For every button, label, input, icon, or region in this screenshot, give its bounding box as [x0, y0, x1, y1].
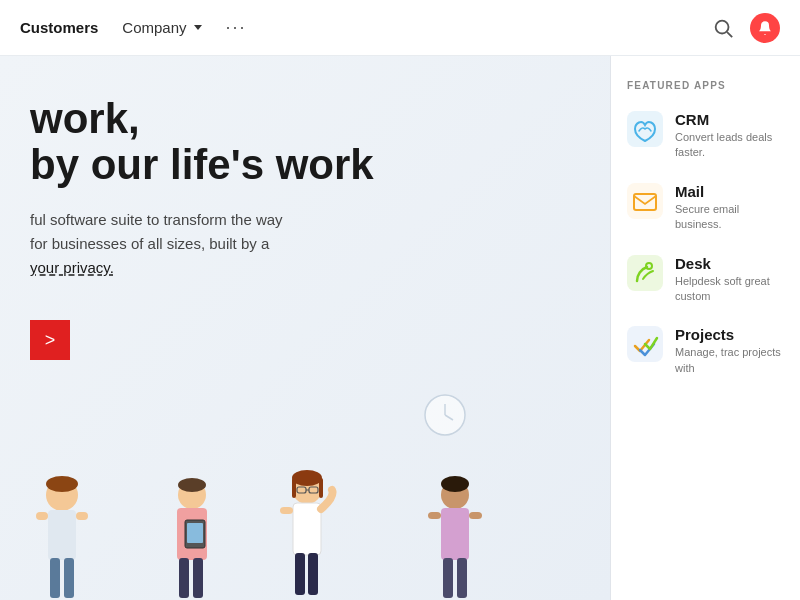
crm-name: CRM	[675, 111, 784, 128]
bell-icon	[757, 20, 773, 36]
desk-name: Desk	[675, 255, 784, 272]
svg-rect-17	[179, 558, 189, 598]
hero-subtext: ful software suite to transform the way …	[30, 208, 370, 280]
chevron-down-icon	[194, 25, 202, 30]
projects-desc: Manage, trac projects with	[675, 345, 784, 376]
nav-right	[712, 13, 780, 43]
navbar: Customers Company ···	[0, 0, 800, 56]
desk-info: Desk Helpdesk soft great custom	[675, 255, 784, 305]
svg-rect-9	[64, 558, 74, 598]
app-item-projects[interactable]: Projects Manage, trac projects with	[627, 326, 784, 376]
projects-info: Projects Manage, trac projects with	[675, 326, 784, 376]
svg-rect-36	[469, 512, 482, 519]
hero-subtext-line2: for businesses of all sizes, built by a	[30, 235, 269, 252]
mail-icon	[627, 183, 663, 219]
svg-rect-11	[76, 512, 88, 520]
decorative-circle-icon	[420, 390, 470, 440]
app-item-mail[interactable]: Mail Secure email business.	[627, 183, 784, 233]
mail-info: Mail Secure email business.	[675, 183, 784, 233]
app-item-crm[interactable]: CRM Convert leads deals faster.	[627, 111, 784, 161]
notification-bell-button[interactable]	[750, 13, 780, 43]
svg-rect-35	[428, 512, 441, 519]
svg-rect-18	[193, 558, 203, 598]
svg-rect-38	[627, 183, 663, 219]
svg-point-6	[46, 476, 78, 492]
desk-icon	[627, 255, 663, 291]
nav-company-label: Company	[122, 19, 186, 36]
app-item-desk[interactable]: Desk Helpdesk soft great custom	[627, 255, 784, 305]
privacy-link[interactable]: your privacy.	[30, 259, 114, 276]
search-icon[interactable]	[712, 17, 734, 39]
mail-desc: Secure email business.	[675, 202, 784, 233]
hero-section: work, by our life's work ful software su…	[0, 56, 610, 600]
nav-more-button[interactable]: ···	[226, 17, 247, 38]
illustration-person-3	[270, 465, 345, 600]
projects-icon	[627, 326, 663, 362]
svg-rect-32	[441, 508, 469, 560]
svg-rect-27	[280, 507, 293, 514]
crm-info: CRM Convert leads deals faster.	[675, 111, 784, 161]
svg-rect-33	[443, 558, 453, 598]
svg-rect-34	[457, 558, 467, 598]
svg-point-20	[292, 470, 322, 486]
svg-rect-7	[48, 510, 76, 560]
svg-line-1	[727, 32, 732, 37]
svg-rect-21	[292, 478, 296, 498]
svg-rect-16	[187, 523, 203, 543]
hero-subtext-line1: ful software suite to transform the way	[30, 211, 283, 228]
featured-apps-title: FEATURED APPS	[627, 80, 784, 91]
svg-rect-28	[295, 553, 305, 595]
svg-rect-8	[50, 558, 60, 598]
hero-cta-button[interactable]: >	[30, 320, 70, 360]
crm-desc: Convert leads deals faster.	[675, 130, 784, 161]
projects-name: Projects	[675, 326, 784, 343]
svg-rect-29	[308, 553, 318, 595]
nav-company-dropdown[interactable]: Company	[122, 19, 201, 36]
main-container: work, by our life's work ful software su…	[0, 56, 800, 600]
featured-panel: FEATURED APPS CRM Convert leads deals fa…	[610, 56, 800, 600]
svg-rect-10	[36, 512, 48, 520]
nav-left: Customers Company ···	[20, 17, 712, 38]
svg-rect-40	[627, 255, 663, 291]
crm-icon	[627, 111, 663, 147]
hero-headline-line2: by our life's work	[30, 142, 580, 188]
desk-desc: Helpdesk soft great custom	[675, 274, 784, 305]
hero-headline: work, by our life's work	[30, 96, 580, 188]
mail-name: Mail	[675, 183, 784, 200]
svg-rect-26	[293, 503, 321, 555]
svg-point-0	[716, 20, 729, 33]
illustration-person-1	[30, 470, 95, 600]
svg-point-31	[441, 476, 469, 492]
nav-customers-link[interactable]: Customers	[20, 19, 98, 36]
svg-point-13	[178, 478, 206, 492]
hero-headline-line1: work,	[30, 96, 580, 142]
svg-rect-22	[319, 478, 323, 498]
illustration-person-4	[425, 470, 485, 600]
hero-illustrations	[0, 440, 610, 600]
illustration-person-2	[155, 470, 230, 600]
